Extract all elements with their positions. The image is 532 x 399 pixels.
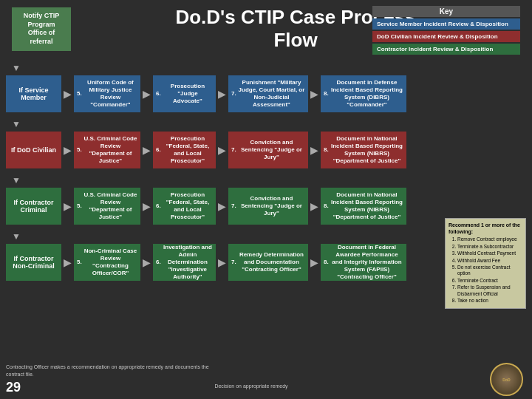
arrow-13: ▶ xyxy=(64,256,72,268)
arrow-11: ▶ xyxy=(218,200,226,212)
step-cc-7: 7. Conviction and Sentencing "Judge or J… xyxy=(228,188,308,225)
step-dc-8: 8. Document in National Incident Based R… xyxy=(321,132,406,168)
popup-list: Remove Contract employee Terminate a Sub… xyxy=(449,236,522,304)
step-cn-5: 5. Non-Criminal Case Review "Contracting… xyxy=(74,244,140,281)
arrow-16: ▶ xyxy=(310,256,318,268)
footer-decision-note: Decision on appropriate remedy xyxy=(177,383,325,389)
step-cc-8: 8. Document in National Incident Based R… xyxy=(321,188,406,225)
key-item-blue: Service Member Incident Review & Disposi… xyxy=(372,18,520,30)
row-service-member: If Service Member ▶ 5. Uniform Code of M… xyxy=(6,75,526,112)
key-item-red: DoD Civilian Incident Review & Dispositi… xyxy=(372,31,520,42)
arrow-7: ▶ xyxy=(218,144,226,156)
step-sm-5: 5. Uniform Code of Military Justice Revi… xyxy=(74,75,140,112)
step-dc-5: 5. U.S. Criminal Code Review "Department… xyxy=(74,132,140,168)
popup-item-4: Withhold Award Fee xyxy=(457,258,522,264)
arrow-12: ▶ xyxy=(310,200,318,212)
popup-item-6: Terminate Contract xyxy=(457,278,522,284)
seal-text: DoD xyxy=(502,378,510,382)
arrow-10: ▶ xyxy=(143,200,151,212)
popup-item-2: Terminate a Subcontractor xyxy=(457,244,522,250)
label-contractor-noncriminal: If Contractor Non-Criminal xyxy=(6,244,61,281)
arrow-1: ▶ xyxy=(64,88,72,100)
popup-item-8: Take no action xyxy=(457,298,522,304)
notify-box: Notify CTIP Program Office of referral xyxy=(12,7,71,51)
key-item-green: Contractor Incident Review & Disposition xyxy=(372,44,520,55)
popup-item-1: Remove Contract employee xyxy=(457,236,522,242)
step-dc-7: 7. Conviction and Sentencing "Judge or J… xyxy=(228,132,308,168)
arrow-15: ▶ xyxy=(218,256,226,268)
popup-item-3: Withhold Contract Payment xyxy=(457,250,522,256)
row-dod-civilian: If DoD Civilian ▶ 5. U.S. Criminal Code … xyxy=(6,132,526,168)
label-contractor-criminal: If Contractor Criminal xyxy=(6,188,61,225)
arrow-8: ▶ xyxy=(310,144,318,156)
arrow-9: ▶ xyxy=(64,200,72,212)
step-cn-6: 6. Investigation and Admin Determination… xyxy=(153,244,216,281)
arrow-4: ▶ xyxy=(310,88,318,100)
footer: Contracting Officer makes a recommendati… xyxy=(6,364,228,396)
step-cc-6: 6. Prosecution "Federal, State, and Loca… xyxy=(153,188,216,225)
label-dod-civilian: If DoD Civilian xyxy=(6,132,61,168)
arrow-3: ▶ xyxy=(218,88,226,100)
step-sm-7: 7. Punishment "Military Judge, Court Mar… xyxy=(228,75,308,112)
label-service-member: If Service Member xyxy=(6,75,61,112)
step-cn-8: 8. Document in Federal Awardee Performan… xyxy=(321,244,406,281)
popup-recommend: Recommend 1 or more of the following: Re… xyxy=(445,218,526,309)
step-dc-6: 6. Prosecution "Federal, State, and Loca… xyxy=(153,132,216,168)
arrow-6: ▶ xyxy=(143,144,151,156)
dod-seal: DoD xyxy=(490,363,523,396)
step-cc-5: 5. U.S. Criminal Code Review "Department… xyxy=(74,188,140,225)
arrow-2: ▶ xyxy=(143,88,151,100)
page: Notify CTIP Program Office of referral D… xyxy=(0,0,532,399)
step-sm-8: 8. Document in Defense Incident Based Re… xyxy=(321,75,406,112)
seal-circle: DoD xyxy=(490,363,523,396)
contracting-note: Contracting Officer makes a recommendati… xyxy=(6,364,228,377)
key-header: Key xyxy=(372,6,520,17)
popup-item-5: Do not exercise Contract option xyxy=(457,265,522,277)
notify-label: Notify CTIP Program Office of referral xyxy=(24,12,60,45)
key-box: Key Service Member Incident Review & Dis… xyxy=(372,6,520,56)
arrow-14: ▶ xyxy=(143,256,151,268)
step-sm-6: 6. Prosecution "Judge Advocate" xyxy=(153,75,216,112)
popup-item-7: Refer to Suspension and Disbarment Offic… xyxy=(457,284,522,297)
header: Notify CTIP Program Office of referral D… xyxy=(0,0,532,58)
popup-title: Recommend 1 or more of the following: xyxy=(449,222,522,235)
arrow-5: ▶ xyxy=(64,144,72,156)
step-cn-7: 7. Remedy Determination and Documentatio… xyxy=(228,244,308,281)
